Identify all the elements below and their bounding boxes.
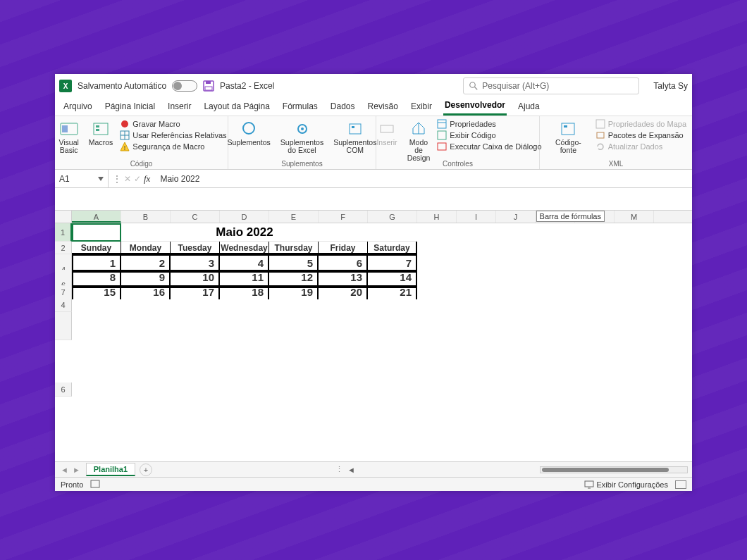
display-settings-button[interactable]: Exibir Configurações [584, 480, 669, 489]
exibir-codigo-button[interactable]: Exibir Código [437, 130, 541, 140]
user-name[interactable]: Talyta Sy [653, 81, 688, 91]
date-cell[interactable]: 16 [121, 285, 171, 299]
day-header[interactable]: Thursday [269, 242, 319, 254]
gravar-macro-button[interactable]: Gravar Macro [120, 119, 226, 129]
date-cell[interactable]: 14 [368, 270, 417, 285]
date-cell[interactable]: 6 [319, 254, 368, 270]
col-header[interactable]: B [121, 211, 171, 223]
name-box[interactable]: A1 [55, 170, 109, 187]
date-cell[interactable]: 10 [171, 270, 220, 285]
row-header[interactable]: 4 [55, 298, 72, 312]
sheet-tab[interactable]: Planilha1 [86, 463, 135, 476]
date-cell[interactable]: 19 [269, 285, 319, 299]
date-cell[interactable]: 5 [269, 254, 319, 270]
tab-inserir[interactable]: Inserir [166, 99, 192, 116]
save-icon[interactable] [203, 80, 214, 92]
sheet-divider-icon[interactable]: ⋮ [335, 465, 343, 474]
row-header[interactable]: 2 [55, 242, 72, 254]
tab-pagina-inicial[interactable]: Página Inicial [104, 99, 156, 116]
atualizar-button[interactable]: Atualizar Dados [595, 142, 686, 151]
day-header[interactable]: Friday [319, 242, 368, 254]
tab-desenvolvedor[interactable]: Desenvolvedor [443, 97, 507, 116]
tab-formulas[interactable]: Fórmulas [281, 99, 319, 116]
fx-icon[interactable]: fx [144, 173, 150, 185]
add-sheet-button[interactable]: + [140, 463, 152, 476]
code-icon [437, 130, 447, 140]
normal-view-icon[interactable] [675, 480, 686, 489]
date-cell[interactable]: 2 [121, 254, 171, 270]
date-cell[interactable]: 13 [319, 270, 368, 285]
date-cell[interactable]: 18 [220, 285, 269, 299]
macros-button[interactable]: Macros [86, 119, 116, 148]
day-header[interactable]: Monday [121, 242, 171, 254]
prop-mapa-button[interactable]: Propriedades do Mapa [595, 119, 686, 129]
accessibility-icon[interactable] [90, 480, 100, 490]
design-icon [409, 120, 428, 137]
horizontal-scrollbar[interactable] [540, 466, 688, 473]
row-header[interactable]: 6 [55, 382, 72, 397]
col-header[interactable]: G [368, 211, 417, 223]
date-cell[interactable]: 17 [171, 285, 220, 299]
col-header[interactable]: H [417, 211, 457, 223]
svg-rect-29 [596, 120, 605, 128]
select-all-corner[interactable] [55, 211, 72, 223]
search-box[interactable]: Pesquisar (Alt+G) [463, 77, 639, 94]
row-header[interactable]: 7 [55, 285, 72, 299]
autosave-toggle[interactable] [172, 80, 197, 92]
inserir-controle-button[interactable]: Inserir [374, 119, 400, 148]
col-header[interactable]: J [496, 211, 536, 223]
codigo-fonte-button[interactable]: Código-fonte [545, 119, 591, 156]
day-header[interactable]: Tuesday [171, 242, 220, 254]
suplementos-excel-button[interactable]: Suplementos do Excel [278, 119, 326, 156]
status-ready: Pronto [61, 480, 83, 489]
date-cell[interactable]: 11 [220, 270, 269, 285]
tab-layout[interactable]: Layout da Página [202, 99, 271, 116]
tab-revisao[interactable]: Revisão [366, 99, 400, 116]
date-cell[interactable]: 3 [171, 254, 220, 270]
propriedades-button[interactable]: Propriedades [437, 119, 541, 129]
tab-ajuda[interactable]: Ajuda [517, 99, 541, 116]
modo-design-button[interactable]: Modo de Design [405, 119, 433, 163]
formula-input[interactable]: Maio 2022 [154, 174, 205, 184]
day-header[interactable]: Wednesday [220, 242, 269, 254]
date-cell[interactable]: 4 [220, 254, 269, 270]
col-header[interactable]: D [220, 211, 269, 223]
date-cell[interactable]: 8 [72, 270, 121, 285]
tab-exibir[interactable]: Exibir [409, 99, 433, 116]
col-header[interactable]: I [457, 211, 496, 223]
date-cell[interactable]: 20 [319, 285, 368, 299]
formula-bar-tooltip: Barra de fórmulas [536, 211, 605, 222]
referencias-button[interactable]: Usar Referências Relativas [120, 130, 226, 140]
row-header[interactable]: 1 [55, 223, 72, 242]
suplementos-com-button[interactable]: Suplementos COM [331, 119, 379, 156]
seguranca-button[interactable]: !Segurança de Macro [120, 142, 226, 151]
col-header[interactable]: F [319, 211, 368, 223]
scroll-left-icon[interactable]: ◄ [347, 466, 355, 474]
day-header[interactable]: Saturday [368, 242, 417, 254]
pacotes-button[interactable]: Pacotes de Expansão [595, 130, 686, 140]
svg-line-4 [475, 87, 478, 90]
dots-icon[interactable]: ⋮ [113, 174, 121, 184]
col-header[interactable]: C [171, 211, 220, 223]
worksheet-grid[interactable]: Barra de fórmulas A B C D E F G H I J K … [55, 211, 692, 461]
confirm-icon[interactable]: ✓ [134, 174, 141, 184]
sheet-next-icon[interactable]: ► [73, 466, 80, 474]
suplementos-button[interactable]: Suplementos [225, 119, 273, 148]
col-header[interactable]: E [269, 211, 319, 223]
visual-basic-button[interactable]: Visual Basic [56, 119, 81, 156]
cancel-icon[interactable]: ✕ [124, 174, 131, 184]
date-cell[interactable]: 15 [72, 285, 121, 299]
col-header[interactable]: A [72, 211, 121, 223]
tab-dados[interactable]: Dados [329, 99, 357, 116]
calendar-title-cell[interactable]: Maio 2022 [72, 223, 417, 242]
date-cell[interactable]: 12 [269, 270, 319, 285]
date-cell[interactable]: 9 [121, 270, 171, 285]
date-cell[interactable]: 21 [368, 285, 417, 299]
tab-arquivo[interactable]: Arquivo [62, 99, 94, 116]
sheet-prev-icon[interactable]: ◄ [61, 466, 68, 474]
caixa-dialogo-button[interactable]: Executar Caixa de Diálogo [437, 142, 541, 151]
day-header[interactable]: Sunday [72, 242, 121, 254]
date-cell[interactable]: 1 [72, 254, 121, 270]
date-cell[interactable]: 7 [368, 254, 417, 270]
col-header[interactable]: M [615, 211, 654, 223]
